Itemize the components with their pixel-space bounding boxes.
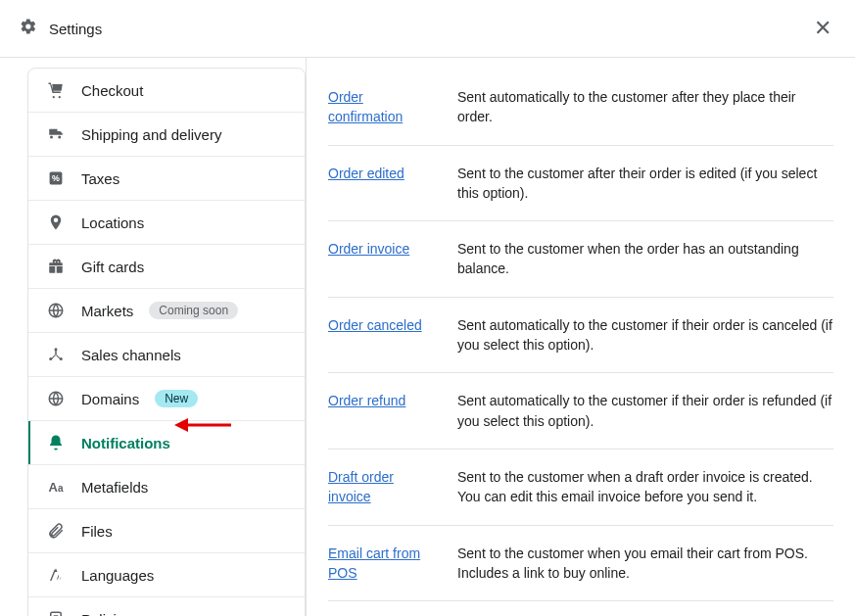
close-icon[interactable]: ✕ bbox=[810, 12, 835, 45]
notification-link[interactable]: Order canceled bbox=[328, 317, 422, 333]
notification-link[interactable]: Order refund bbox=[328, 393, 405, 408]
notification-desc: Sent automatically to the customer if th… bbox=[457, 315, 833, 355]
sidebar-item-label: Languages bbox=[81, 567, 154, 584]
badge: Coming soon bbox=[149, 302, 238, 319]
globe-icon bbox=[46, 389, 66, 408]
lang-icon bbox=[46, 565, 66, 585]
gift-icon bbox=[46, 257, 66, 276]
sidebar-item-label: Gift cards bbox=[81, 259, 144, 275]
sidebar-item-languages[interactable]: Languages bbox=[28, 553, 305, 597]
header-left: Settings bbox=[20, 18, 102, 39]
truck-icon bbox=[46, 124, 66, 144]
sidebar-item-label: Files bbox=[81, 523, 113, 540]
sidebar-item-markets[interactable]: MarketsComing soon bbox=[28, 289, 305, 333]
sidebar-item-files[interactable]: Files bbox=[28, 509, 305, 553]
settings-header: Settings ✕ bbox=[0, 0, 855, 58]
notification-link[interactable]: Order invoice bbox=[328, 241, 409, 257]
notification-name: Email cart from POS bbox=[328, 544, 438, 584]
sidebar-item-sales-channels[interactable]: Sales channels bbox=[28, 333, 305, 377]
notification-desc: Sent to the customer when the order has … bbox=[457, 239, 833, 279]
notification-desc: Sent to the customer when a draft order … bbox=[457, 467, 833, 507]
sidebar-item-label: Shipping and delivery bbox=[81, 126, 221, 143]
globe-icon bbox=[46, 301, 66, 320]
main: CheckoutShipping and delivery%TaxesLocat… bbox=[0, 58, 855, 616]
notification-link[interactable]: Draft order invoice bbox=[328, 469, 394, 504]
notification-name: Order refund bbox=[328, 391, 438, 431]
sidebar-item-gift-cards[interactable]: Gift cards bbox=[28, 245, 305, 289]
notification-desc: Sent to the customer after their order i… bbox=[457, 164, 833, 204]
notification-row: Order editedSent to the customer after t… bbox=[328, 146, 833, 222]
sidebar-item-metafields[interactable]: AaMetafields bbox=[28, 465, 305, 509]
notification-row: Order invoiceSent to the customer when t… bbox=[328, 221, 833, 298]
sidebar-item-label: Taxes bbox=[81, 170, 119, 187]
notification-name: Order invoice bbox=[328, 239, 438, 279]
percent-icon: % bbox=[46, 168, 66, 188]
sidebar-item-policies[interactable]: Policies bbox=[28, 597, 305, 616]
sidebar-item-notifications[interactable]: Notifications bbox=[28, 421, 305, 465]
content-panel: Order confirmationSent automatically to … bbox=[306, 58, 855, 616]
notification-row: Draft order invoiceSent to the customer … bbox=[328, 450, 833, 526]
sidebar-card: CheckoutShipping and delivery%TaxesLocat… bbox=[27, 68, 306, 616]
sidebar-item-label: Metafields bbox=[81, 479, 148, 496]
notification-name: Order edited bbox=[328, 164, 438, 204]
sidebar-item-checkout[interactable]: Checkout bbox=[28, 69, 305, 113]
notification-link[interactable]: Order edited bbox=[328, 166, 404, 181]
notification-row: Order refundSent automatically to the cu… bbox=[328, 373, 833, 450]
sidebar-item-label: Sales channels bbox=[81, 347, 181, 363]
sidebar-item-label: Domains bbox=[81, 391, 139, 407]
svg-text:%: % bbox=[52, 173, 60, 183]
notification-link[interactable]: Email cart from POS bbox=[328, 545, 420, 581]
notification-name: Order confirmation bbox=[328, 87, 438, 127]
page-title: Settings bbox=[49, 21, 102, 37]
sidebar-item-label: Policies bbox=[81, 611, 132, 617]
sidebar-item-domains[interactable]: DomainsNew bbox=[28, 377, 305, 421]
sidebar: CheckoutShipping and delivery%TaxesLocat… bbox=[0, 58, 306, 616]
notification-desc: Sent to the customer when you email thei… bbox=[457, 544, 833, 584]
notification-desc: Sent automatically to the customer after… bbox=[457, 87, 833, 127]
notification-name: Draft order invoice bbox=[328, 467, 438, 507]
sidebar-item-taxes[interactable]: %Taxes bbox=[28, 157, 305, 201]
clip-icon bbox=[46, 521, 66, 541]
sidebar-item-locations[interactable]: Locations bbox=[28, 201, 305, 245]
badge: New bbox=[155, 390, 198, 407]
cart-icon bbox=[46, 80, 66, 100]
notification-row: Order confirmationSent automatically to … bbox=[328, 87, 833, 146]
bell-icon bbox=[46, 433, 66, 452]
aa-icon: Aa bbox=[46, 477, 66, 497]
notification-row: Order canceledSent automatically to the … bbox=[328, 298, 833, 374]
pin-icon bbox=[46, 213, 66, 232]
notification-row: Abandoned checkoutSent to the customer i… bbox=[328, 601, 833, 616]
sidebar-item-label: Locations bbox=[81, 214, 144, 231]
notification-row: Email cart from POSSent to the customer … bbox=[328, 526, 833, 602]
gear-icon bbox=[20, 18, 37, 39]
notification-name: Order canceled bbox=[328, 315, 438, 355]
notification-desc: Sent automatically to the customer if th… bbox=[457, 391, 833, 431]
sidebar-item-label: Markets bbox=[81, 303, 133, 319]
sidebar-item-label: Notifications bbox=[81, 435, 170, 451]
channels-icon bbox=[46, 345, 66, 364]
notification-link[interactable]: Order confirmation bbox=[328, 89, 403, 124]
sidebar-item-label: Checkout bbox=[81, 82, 143, 99]
sidebar-item-shipping-and-delivery[interactable]: Shipping and delivery bbox=[28, 113, 305, 157]
policy-icon bbox=[46, 609, 66, 616]
